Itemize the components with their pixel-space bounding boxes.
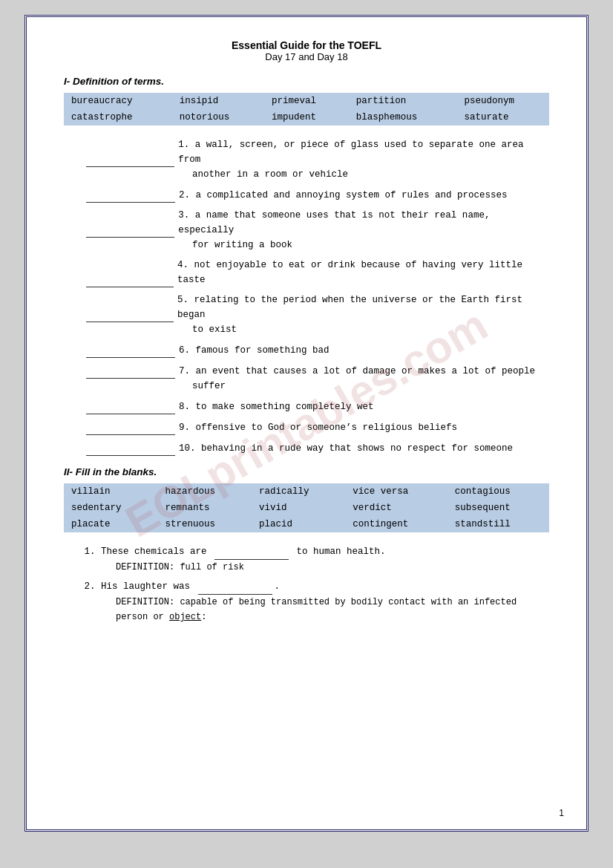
vocab-cell: saturate xyxy=(457,109,549,125)
vocab-cell: pseudonym xyxy=(457,93,549,109)
fill-blank-1 xyxy=(214,544,289,560)
vocab-cell: standstill xyxy=(448,516,549,532)
def-text-3-cont: for writing a book xyxy=(192,238,549,252)
def-item-6: 6. famous for something bad xyxy=(86,342,549,358)
vocab-cell: hazardous xyxy=(157,483,251,500)
fill-text-after-1: to human health. xyxy=(291,546,386,557)
fill-ordered-list: These chemicals are to human health. DEF… xyxy=(101,544,549,625)
vocab-cell: bureaucracy xyxy=(64,93,172,109)
def-text-8: 8. to make something completely wet xyxy=(179,399,374,414)
vocab-cell: contingent xyxy=(345,516,447,532)
vocab-table-1: bureaucracy insipid primeval partition p… xyxy=(64,93,549,125)
def-item-9: 9. offensive to God or someone’s religio… xyxy=(86,420,549,435)
def-blank-1 xyxy=(86,151,174,167)
fill-definition-1: DEFINITION: full of risk xyxy=(116,562,244,572)
vocab-cell: verdict xyxy=(345,500,447,516)
section1-heading: I- Definition of terms. xyxy=(64,76,549,87)
fill-definition-2-cont: person or object: xyxy=(116,612,206,622)
def-blank-10 xyxy=(86,440,175,456)
def-item-4: 4. not enjoyable to eat or drink because… xyxy=(86,258,549,287)
fill-blank-2 xyxy=(198,579,272,595)
def-item-8: 8. to make something completely wet xyxy=(86,399,549,414)
def-number: 1. a wall, screen, or piece of glass use… xyxy=(178,137,549,167)
def-item-5: 5. relating to the period when the unive… xyxy=(86,293,549,337)
definitions-list: 1. a wall, screen, or piece of glass use… xyxy=(86,137,549,456)
section2-heading: II- Fill in the blanks. xyxy=(64,466,549,477)
vocab-cell: villain xyxy=(64,483,157,500)
def-item-7: 7. an event that causes a lot of damage … xyxy=(86,363,549,394)
vocab-cell: notorious xyxy=(172,109,264,125)
vocab-cell: radically xyxy=(252,483,345,500)
page: EOLprintables.com Essential Guide for th… xyxy=(24,15,589,832)
vocab-cell: partition xyxy=(349,93,457,109)
vocab-cell: remnants xyxy=(157,500,251,516)
vocab-cell: contagious xyxy=(448,483,549,500)
def-text-9: 9. offensive to God or someone’s religio… xyxy=(179,420,457,435)
fill-item-2: His laughter was . DEFINITION: capable o… xyxy=(101,579,549,624)
def-text-7-cont: suffer xyxy=(192,379,549,394)
fill-text-before-2: His laughter was xyxy=(101,581,196,592)
page-number: 1 xyxy=(559,808,564,818)
def-text-4: 4. not enjoyable to eat or drink because… xyxy=(177,258,549,287)
def-text-5: 5. relating to the period when the unive… xyxy=(177,293,549,322)
fill-in-blanks-list: These chemicals are to human health. DEF… xyxy=(79,544,549,625)
def-blank-9 xyxy=(86,420,175,435)
vocab-cell: impudent xyxy=(264,109,349,125)
fill-text-after-2: . xyxy=(275,581,281,592)
def-text-7: 7. an event that causes a lot of damage … xyxy=(179,364,535,379)
vocab-cell: blasphemous xyxy=(349,109,457,125)
fill-item-1: These chemicals are to human health. DEF… xyxy=(101,544,549,575)
title-main: Essential Guide for the TOEFL xyxy=(64,39,549,51)
vocab-cell: insipid xyxy=(172,93,264,109)
vocab-cell: strenuous xyxy=(157,516,251,532)
vocab-cell: vivid xyxy=(252,500,345,516)
fill-definition-2: DEFINITION: capable of being transmitted… xyxy=(116,597,517,607)
def-item-10: 10. behaving in a rude way that shows no… xyxy=(86,440,549,456)
def-item-1: 1. a wall, screen, or piece of glass use… xyxy=(86,137,549,182)
vocab-cell: vice versa xyxy=(345,483,447,500)
vocab-cell: placid xyxy=(252,516,345,532)
def-text-1-cont: another in a room or vehicle xyxy=(192,167,549,182)
def-blank-8 xyxy=(86,399,175,414)
def-blank-3 xyxy=(86,222,174,238)
fill-text-before-1: These chemicals are xyxy=(101,546,212,557)
vocab-cell: sedentary xyxy=(64,500,157,516)
def-blank-7 xyxy=(86,363,175,379)
def-blank-5 xyxy=(86,307,174,322)
def-text-5-cont: to exist xyxy=(192,322,549,337)
def-blank-4 xyxy=(86,272,174,287)
vocab-cell: primeval xyxy=(264,93,349,109)
def-blank-2 xyxy=(86,187,175,203)
def-text-3: 3. a name that someone uses that is not … xyxy=(178,208,549,238)
def-blank-6 xyxy=(86,342,175,358)
def-item-3: 3. a name that someone uses that is not … xyxy=(86,208,549,252)
title-section: Essential Guide for the TOEFL Day 17 and… xyxy=(64,39,549,62)
vocab-cell: subsequent xyxy=(448,500,549,516)
def-text-10: 10. behaving in a rude way that shows no… xyxy=(179,441,513,456)
title-sub: Day 17 and Day 18 xyxy=(64,51,549,62)
def-text-2: 2. a complicated and annoying system of … xyxy=(179,188,508,203)
vocab-table-2: villain hazardous radically vice versa c… xyxy=(64,483,549,532)
vocab-cell: placate xyxy=(64,516,157,532)
def-item-2: 2. a complicated and annoying system of … xyxy=(86,187,549,203)
vocab-cell: catastrophe xyxy=(64,109,172,125)
def-text-6: 6. famous for something bad xyxy=(179,343,330,358)
